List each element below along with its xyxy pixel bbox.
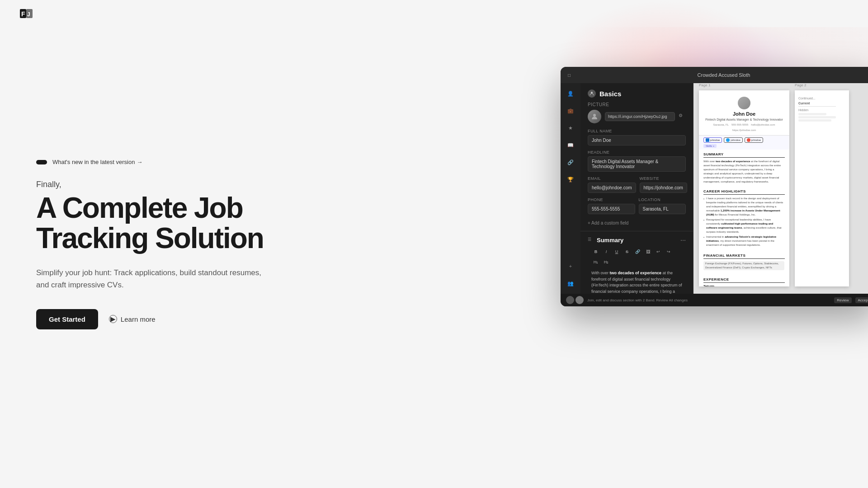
main-heading: A Complete Job Tracking Solution [36,193,303,253]
resume-job-title: Fintech Digital Assets Manager & Technol… [703,117,785,122]
picture-url-input[interactable]: https://i.imgur.com/HjzwyOuJ.jpg [605,112,675,121]
svg-text:J: J [27,11,30,18]
company-title: Telcoin [703,285,714,286]
headline-field: Headline Fintech Digital Assets Manager … [580,150,693,176]
toolbar-redo[interactable]: ↪ [664,247,673,256]
app-topbar-title: Crowded Accused Sloth [698,72,750,78]
basics-title: Basics [599,90,621,98]
skill-forex: Foreign Exchange (FX/Forex), Futures, Op… [703,261,784,270]
sidebar-icon-link[interactable]: 🔗 [566,157,576,167]
email-website-row: Email hello@johndoe.com Website https://… [580,176,693,197]
header: F J [0,0,868,27]
resume-phone: 555-555-5555 [731,123,748,126]
resume-page-1: John Doe Fintech Digital Assets Manager … [699,90,789,286]
resume-financial-markets: Financial Markets Foreign Exchange (FX/F… [699,251,789,275]
avatar-thumbnail [588,110,601,123]
email-field: Email hello@johndoe.com [588,176,636,193]
full-name-field: Full Name John Doe [580,129,693,150]
person-icon [588,89,596,98]
get-started-button[interactable]: Get Started [36,309,98,329]
headline-value[interactable]: Fintech Digital Assets Manager & Technol… [588,156,686,172]
sidebar-icon-book[interactable]: 📖 [566,140,576,150]
page1-label: Page 1 [699,83,710,87]
sidebar-icon-group[interactable]: 👥 [566,278,576,288]
sidebar-icon-plus[interactable]: + [566,261,576,271]
play-icon: ▶ [109,315,117,323]
summary-menu-icon[interactable]: ⋯ [680,237,686,244]
sidebar-icon-user[interactable]: 👤 [566,89,576,99]
summary-section: ☰ Summary ⋯ B I U S 🔗 🖼 ↩ ↪ H₁ H₂ [580,231,693,294]
summary-bold: two decades of experience [610,271,662,275]
page1-wrapper: Page 1 John Doe Fintech Digital Assets M… [699,90,789,286]
picture-section: Picture https://i.imgur.com/HjzwyOuJ.jpg… [580,102,693,129]
location-field: Location Sarasota, FL [639,197,686,214]
resume-contact: Sarasota, FL 555-555-5555 hello@johndoe.… [703,123,785,131]
whats-new-link[interactable]: What's new in the latest version → [52,159,142,165]
learn-more-button[interactable]: ▶ Learn more [109,315,156,323]
summary-title-row: ☰ Summary [588,237,623,244]
page2-content-bar2 [798,116,836,118]
page2-wrapper: Page 2 Continued... Current Hidden [795,90,849,286]
sidebar-icon-star[interactable]: ★ [566,123,576,133]
headline-label: Headline [588,150,686,155]
avatar-inner [588,110,601,123]
page2-continued: Continued... [798,97,845,100]
phone-label: Phone [588,197,635,202]
financial-markets-body: Foreign Exchange (FX/Forex), Futures, Op… [703,261,785,271]
accept-button[interactable]: Accept [855,297,868,303]
settings-icon[interactable]: ⚙ [679,113,686,120]
sidebar-icon-briefcase[interactable]: 💼 [566,106,576,116]
toolbar-bold[interactable]: B [591,247,600,256]
toolbar-h2[interactable]: H₂ [602,258,611,267]
resume-summary-section: Summary With over two decades of experie… [699,150,789,187]
toolbar-undo[interactable]: ↩ [654,247,663,256]
experience-title: Experience [703,277,785,283]
review-changes-button[interactable]: Review [834,297,851,303]
summary-header: ☰ Summary ⋯ [588,237,686,244]
full-name-label: Full Name [588,129,686,133]
page2-content-bar [798,113,826,115]
location-label: Location [639,197,686,202]
toolbar-underline[interactable]: U [612,247,621,256]
resume-email: hello@johndoe.com [751,123,775,126]
full-name-value[interactable]: John Doe [588,135,686,145]
picture-label: Picture [588,102,686,107]
page2-divider [798,106,836,107]
resume-page-2: Continued... Current Hidden [795,90,849,286]
heading-line1: A Complete Job [36,192,243,224]
highlight-text-3: Instrumental in advancing Telcoin's stra… [706,235,785,247]
sidebar-icon-award[interactable]: 🏆 [566,174,576,184]
toolbar-image[interactable]: 🖼 [643,247,652,256]
toolbar-italic[interactable]: I [602,247,611,256]
email-value[interactable]: hello@johndoe.com [588,183,636,193]
add-custom-field-button[interactable]: + Add a custom field [588,221,628,225]
email-label: Email [588,176,636,181]
highlight-text-2: Recognized for exceptional leadership ab… [706,218,785,234]
website-label: Website [640,176,687,181]
toolbar-h1[interactable]: H₁ [591,258,600,267]
learn-more-label: Learn more [121,315,156,323]
summary-pre: With over [591,271,610,275]
summary-label: Summary [597,237,623,244]
phone-value[interactable]: 555-555-5555 [588,204,635,214]
app-topbar-icon: □ [566,72,572,78]
logo-icon: F J [18,5,34,22]
toolbar-link[interactable]: 🔗 [633,247,642,256]
website-value[interactable]: https://johndoe.com [640,183,687,193]
resume-career-highlights: Career Highlights • I have a proven trac… [699,187,789,251]
svg-point-8 [747,138,750,142]
finally-text: Finally, [36,180,303,189]
logo[interactable]: F J [18,5,34,22]
website-field: Website https://johndoe.com [640,176,687,193]
resume-summary-body: With over two decades of experience at t… [703,160,785,184]
toolbar-strikethrough[interactable]: S [623,247,632,256]
resume-summary-title: Summary [703,152,785,158]
resume-location: Sarasota, FL [713,123,729,126]
page2-label: Page 2 [795,83,806,87]
arrow-icon: → [137,159,142,165]
heading-line2: Tracking Solution [36,222,264,254]
page2-content: Continued... Current Hidden [795,90,849,125]
app-statusbar: Join, edit and discuss section with 2 Ba… [561,294,868,306]
job-telcoin: Telcoin Banking Daas/ions Los Angeles, C… [703,285,785,286]
location-value[interactable]: Sarasota, FL [639,204,686,214]
